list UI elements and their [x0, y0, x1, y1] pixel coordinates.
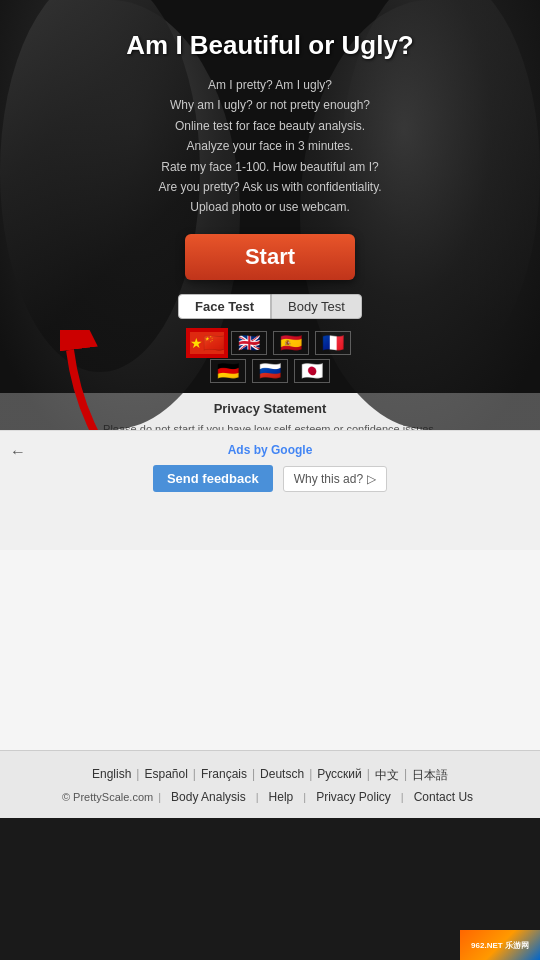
footer-link-japanese[interactable]: 日本語 [407, 767, 453, 784]
footer-copyright: © PrettyScale.com | Body Analysis | Help… [20, 790, 520, 804]
footer-link-espanol[interactable]: Español [139, 767, 192, 784]
flag-spanish[interactable]: 🇪🇸 [273, 331, 309, 355]
flag-chinese[interactable]: 🇨🇳 [189, 331, 225, 355]
footer-link-deutsch[interactable]: Deutsch [255, 767, 309, 784]
footer: English | Español | Français | Deutsch |… [0, 750, 540, 818]
footer-link-privacy-policy[interactable]: Privacy Policy [311, 790, 396, 804]
why-this-ad-button[interactable]: Why this ad? ▷ [283, 466, 387, 492]
content-space [0, 550, 540, 750]
flag-russian[interactable]: 🇷🇺 [252, 359, 288, 383]
tab-face-test[interactable]: Face Test [178, 294, 271, 319]
page-title: Am I Beautiful or Ugly? [126, 30, 413, 61]
send-feedback-button[interactable]: Send feedback [153, 465, 273, 492]
footer-link-body-analysis[interactable]: Body Analysis [166, 790, 251, 804]
watermark-text: 962.NET 乐游网 [471, 940, 529, 951]
ads-google-brand: Google [271, 443, 312, 457]
copyright-text: © PrettyScale.com [62, 791, 153, 803]
tab-body-test[interactable]: Body Test [271, 294, 362, 319]
language-flags: 🇨🇳 🇬🇧 🇪🇸 🇫🇷 🇩🇪 🇷🇺 🇯🇵 [189, 331, 351, 383]
footer-link-chinese[interactable]: 中文 [370, 767, 404, 784]
red-arrow [60, 330, 180, 430]
flag-german[interactable]: 🇩🇪 [210, 359, 246, 383]
footer-link-contact-us[interactable]: Contact Us [409, 790, 478, 804]
why-this-ad-text: Why this ad? [294, 472, 363, 486]
ads-by-text: Ads by [228, 443, 271, 457]
flags-row-2: 🇩🇪 🇷🇺 🇯🇵 [210, 359, 330, 383]
hero-description: Am I pretty? Am I ugly? Why am I ugly? o… [98, 75, 441, 218]
back-button[interactable]: ← [10, 443, 26, 461]
hero-section: Am I Beautiful or Ugly? Am I pretty? Am … [0, 0, 540, 430]
why-this-ad-icon: ▷ [367, 472, 376, 486]
ads-section: ← Ads by Google Send feedback Why this a… [0, 430, 540, 550]
start-button[interactable]: Start [185, 234, 355, 280]
footer-link-francais[interactable]: Français [196, 767, 252, 784]
footer-link-russian[interactable]: Русский [312, 767, 367, 784]
ads-label: Ads by Google [228, 443, 313, 457]
flags-row-1: 🇨🇳 🇬🇧 🇪🇸 🇫🇷 [189, 331, 351, 355]
ads-actions: Send feedback Why this ad? ▷ [153, 465, 387, 492]
footer-link-english[interactable]: English [87, 767, 136, 784]
flag-japanese[interactable]: 🇯🇵 [294, 359, 330, 383]
footer-link-help[interactable]: Help [264, 790, 299, 804]
flag-french[interactable]: 🇫🇷 [315, 331, 351, 355]
footer-language-links: English | Español | Français | Deutsch |… [20, 767, 520, 784]
watermark: 962.NET 乐游网 [460, 930, 540, 960]
test-tabs: Face Test Body Test [178, 294, 362, 319]
flag-english[interactable]: 🇬🇧 [231, 331, 267, 355]
